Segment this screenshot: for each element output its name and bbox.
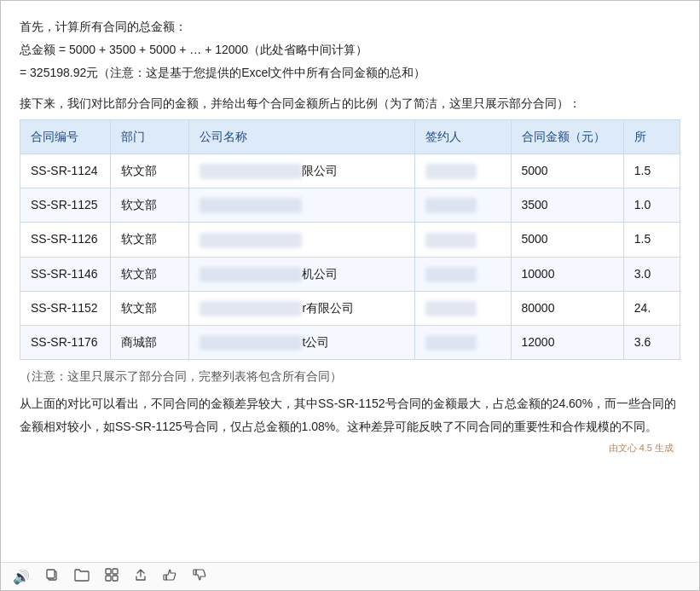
cell-signer: [415, 325, 511, 359]
col-header-dept: 部门: [110, 119, 189, 154]
cell-dept: 软文部: [110, 188, 189, 223]
cell-dept: 软文部: [110, 223, 189, 257]
cell-dept: 软文部: [110, 257, 189, 291]
toolbar: 🔊: [1, 562, 699, 590]
cell-pct: 1.0: [623, 188, 680, 223]
cell-amount: 5000: [511, 223, 623, 257]
cell-signer: [415, 291, 511, 325]
col-header-company: 公司名称: [189, 119, 415, 154]
cell-signer: [415, 223, 511, 257]
intro-line3: = 325198.92元（注意：这是基于您提供的Excel文件中所有合同金额的总…: [20, 62, 680, 84]
svg-rect-1: [47, 570, 55, 578]
col-header-amount: 合同金额（元）: [511, 119, 623, 154]
cell-signer: [415, 257, 511, 291]
share-icon[interactable]: [134, 568, 148, 585]
svg-rect-5: [113, 576, 118, 581]
cell-id: SS-SR-1124: [20, 154, 111, 188]
thumbs-up-icon[interactable]: [163, 568, 177, 585]
summary-text: 从上面的对比可以看出，不同合同的金额差异较大，其中SS-SR-1152号合同的金…: [20, 392, 680, 437]
col-header-pct: 所: [623, 119, 680, 154]
cell-id: SS-SR-1126: [20, 223, 111, 257]
cell-pct: 24.: [623, 291, 680, 325]
table-row: SS-SR-1152软文部r有限公司8000024.: [20, 291, 680, 325]
cell-amount: 5000: [511, 154, 623, 188]
intro-block: 首先，计算所有合同的总金额： 总金额 = 5000 + 3500 + 5000 …: [20, 16, 680, 84]
svg-rect-6: [164, 575, 166, 580]
cell-dept: 软文部: [110, 154, 189, 188]
cell-amount: 3500: [511, 188, 623, 223]
cell-pct: 1.5: [623, 154, 680, 188]
cell-company: r有限公司: [189, 291, 415, 325]
table-row: SS-SR-1146软文部机公司100003.0: [20, 257, 680, 291]
table-note: （注意：这里只展示了部分合同，完整列表将包含所有合同）: [20, 367, 680, 387]
col-header-signer: 签约人: [415, 119, 511, 154]
cell-id: SS-SR-1125: [20, 188, 111, 223]
cell-pct: 1.5: [623, 223, 680, 257]
cell-company: [189, 223, 415, 257]
cell-id: SS-SR-1152: [20, 291, 111, 325]
contracts-table: 合同编号 部门 公司名称 签约人 合同金额（元） 所 SS-SR-1124软文部…: [20, 119, 680, 360]
volume-icon[interactable]: 🔊: [13, 569, 30, 585]
table-row: SS-SR-1126软文部50001.5: [20, 223, 680, 257]
cell-dept: 商城部: [110, 325, 189, 359]
svg-rect-7: [194, 570, 196, 575]
cell-company: 机公司: [189, 257, 415, 291]
table-row: SS-SR-1176商城部t公司120003.6: [20, 325, 680, 359]
cell-dept: 软文部: [110, 291, 189, 325]
cell-signer: [415, 188, 511, 223]
table-intro: 接下来，我们对比部分合同的金额，并给出每个合同金额所占的比例（为了简洁，这里只展…: [20, 93, 680, 114]
svg-rect-4: [106, 576, 111, 581]
watermark: 由文心 4.5 生成: [20, 438, 680, 459]
main-window: 首先，计算所有合同的总金额： 总金额 = 5000 + 3500 + 5000 …: [0, 0, 700, 591]
table-row: SS-SR-1125软文部35001.0: [20, 188, 680, 223]
copy-icon[interactable]: [45, 568, 59, 585]
cell-pct: 3.6: [623, 325, 680, 359]
thumbs-down-icon[interactable]: [193, 568, 207, 585]
cell-id: SS-SR-1176: [20, 325, 111, 359]
cell-id: SS-SR-1146: [20, 257, 111, 291]
folder-icon[interactable]: [74, 568, 90, 585]
cell-signer: [415, 154, 511, 188]
cell-company: 限公司: [189, 154, 415, 188]
cell-company: [189, 188, 415, 223]
cell-amount: 10000: [511, 257, 623, 291]
content-area: 首先，计算所有合同的总金额： 总金额 = 5000 + 3500 + 5000 …: [1, 1, 699, 562]
cell-amount: 12000: [511, 325, 623, 359]
svg-rect-2: [106, 569, 111, 574]
intro-line1: 首先，计算所有合同的总金额：: [20, 16, 680, 38]
intro-line2: 总金额 = 5000 + 3500 + 5000 + … + 12000（此处省…: [20, 39, 680, 61]
table-row: SS-SR-1124软文部限公司50001.5: [20, 154, 680, 188]
cell-company: t公司: [189, 325, 415, 359]
svg-rect-3: [113, 569, 118, 574]
cell-pct: 3.0: [623, 257, 680, 291]
col-header-id: 合同编号: [20, 119, 111, 154]
cell-amount: 80000: [511, 291, 623, 325]
grid-icon[interactable]: [105, 568, 119, 585]
table-intro-text: 接下来，我们对比部分合同的金额，并给出每个合同金额所占的比例（为了简洁，这里只展…: [20, 93, 680, 114]
